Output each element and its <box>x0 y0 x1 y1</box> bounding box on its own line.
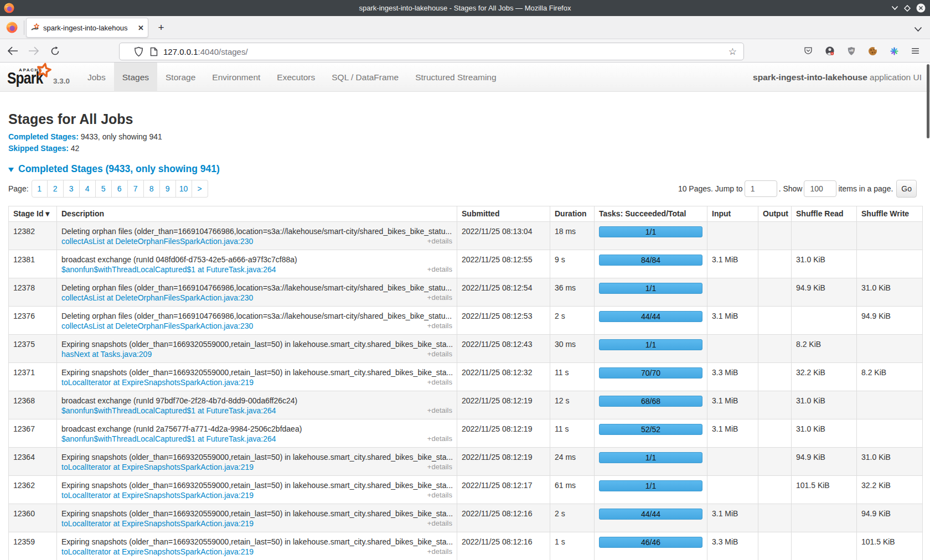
details-toggle[interactable]: +details <box>427 349 452 359</box>
submitted-time: 2022/11/25 08:12:19 <box>457 448 550 476</box>
window-maximize-button[interactable] <box>904 5 911 12</box>
nav-item-structured-streaming[interactable]: Structured Streaming <box>407 63 504 92</box>
stage-id: 12376 <box>9 307 57 335</box>
stage-detail-link[interactable]: $anonfun$withThreadLocalCaptured$1 at Fu… <box>61 434 276 444</box>
window-close-button[interactable] <box>916 3 926 13</box>
stage-description: Expiring snapshots (older_than=166932055… <box>57 363 457 391</box>
stage-detail-link[interactable]: toLocalIterator at ExpireSnapshotsSparkA… <box>61 377 254 387</box>
nav-item-storage[interactable]: Storage <box>157 63 204 92</box>
items-per-page-input[interactable] <box>804 180 836 197</box>
ublock-origin-icon[interactable]: uB <box>846 46 856 56</box>
stage-description: Deleting orphan files (older_than=166910… <box>57 278 457 307</box>
skipped-stages-link[interactable]: Skipped Stages: <box>8 144 69 153</box>
page-button-2[interactable]: 2 <box>48 180 64 198</box>
details-toggle[interactable]: +details <box>427 293 452 303</box>
nav-item-environment[interactable]: Environment <box>204 63 268 92</box>
details-toggle[interactable]: +details <box>427 406 452 416</box>
details-toggle[interactable]: +details <box>427 434 452 444</box>
jump-to-page-input[interactable] <box>745 180 777 197</box>
column-header-4[interactable]: Tasks: Succeeded/Total <box>595 206 707 222</box>
vertical-scrollbar[interactable] <box>927 64 929 138</box>
stage-detail-link[interactable]: collectAsList at DeleteOrphanFilesSparkA… <box>61 321 253 331</box>
description-text: Expiring snapshots (older_than=166932055… <box>61 339 452 349</box>
column-header-6[interactable]: Output <box>758 206 792 222</box>
description-text: Expiring snapshots (older_than=166932055… <box>61 452 452 462</box>
reload-button[interactable] <box>46 43 63 59</box>
column-header-1[interactable]: Description <box>57 206 457 222</box>
stage-detail-link[interactable]: toLocalIterator at ExpireSnapshotsSparkA… <box>61 462 254 472</box>
extension-pinwheel-icon[interactable] <box>889 46 900 56</box>
nav-item-executors[interactable]: Executors <box>268 63 323 92</box>
forward-button[interactable] <box>25 43 42 59</box>
column-header-2[interactable]: Submitted <box>457 206 550 222</box>
page-button-8[interactable]: 8 <box>144 180 160 198</box>
page-button-9[interactable]: 9 <box>160 180 176 198</box>
page-button-1[interactable]: 1 <box>32 180 48 198</box>
details-toggle[interactable]: +details <box>427 547 452 557</box>
stage-row-12371: 12371Expiring snapshots (older_than=1669… <box>9 363 923 391</box>
browser-tab[interactable]: spark-ingest-into-lakehous ✕ <box>26 18 148 38</box>
duration: 1 s <box>550 532 595 560</box>
stage-detail-link[interactable]: collectAsList at DeleteOrphanFilesSparkA… <box>61 293 253 303</box>
spark-logo[interactable]: APACHE Spark 3.3.0 <box>8 63 80 92</box>
page-button-7[interactable]: 7 <box>128 180 144 198</box>
go-button[interactable]: Go <box>896 180 917 198</box>
nav-item-jobs[interactable]: Jobs <box>79 63 114 92</box>
page-button-4[interactable]: 4 <box>80 180 96 198</box>
column-header-8[interactable]: Shuffle Write <box>857 206 923 222</box>
details-toggle[interactable]: +details <box>427 265 452 274</box>
column-header-7[interactable]: Shuffle Read <box>792 206 857 222</box>
column-header-5[interactable]: Input <box>707 206 758 222</box>
completed-stages-link[interactable]: Completed Stages: <box>8 132 79 141</box>
new-tab-button[interactable]: + <box>154 20 168 35</box>
back-button[interactable] <box>4 43 21 59</box>
stage-detail-link[interactable]: toLocalIterator at ExpireSnapshotsSparkA… <box>61 490 254 500</box>
window-minimize-button[interactable] <box>891 6 898 11</box>
stage-detail-link[interactable]: toLocalIterator at ExpireSnapshotsSparkA… <box>61 518 254 528</box>
details-toggle[interactable]: +details <box>427 462 452 472</box>
page-button-6[interactable]: 6 <box>112 180 128 198</box>
details-toggle[interactable]: +details <box>427 490 452 500</box>
firefox-view-button[interactable] <box>6 22 18 33</box>
details-toggle[interactable]: +details <box>427 236 452 246</box>
tab-close-icon[interactable]: ✕ <box>138 24 144 32</box>
application-ui-label: spark-ingest-into-lakehouse application … <box>753 63 922 92</box>
page-button-10[interactable]: 10 <box>176 180 192 198</box>
completed-stages-section-header[interactable]: Completed Stages (9433, only showing 941… <box>8 163 922 175</box>
description-text: Expiring snapshots (older_than=166932055… <box>61 509 452 518</box>
nav-item-sql-dataframe[interactable]: SQL / DataFrame <box>323 63 407 92</box>
page-button-3[interactable]: 3 <box>64 180 80 198</box>
page-button-5[interactable]: 5 <box>96 180 112 198</box>
bookmark-star-icon[interactable]: ☆ <box>728 46 737 58</box>
table-header-row: Stage Id ▾DescriptionSubmittedDurationTa… <box>9 206 923 222</box>
extension-identity-icon[interactable] <box>824 45 835 56</box>
nav-item-stages[interactable]: Stages <box>114 63 157 92</box>
column-header-0[interactable]: Stage Id ▾ <box>9 206 57 222</box>
details-toggle[interactable]: +details <box>427 321 452 331</box>
stage-detail-link[interactable]: $anonfun$withThreadLocalCaptured$1 at Fu… <box>61 265 276 274</box>
cookie-extension-icon[interactable] <box>867 46 878 56</box>
submitted-time: 2022/11/25 08:12:16 <box>457 504 550 532</box>
url-bar[interactable]: 127.0.0.1:4040/stages/ ☆ <box>119 43 744 60</box>
pocket-icon[interactable] <box>803 46 813 56</box>
shuffle-read-size: 94.9 KiB <box>792 278 857 307</box>
stage-detail-link[interactable]: collectAsList at DeleteOrphanFilesSparkA… <box>61 236 253 246</box>
shield-icon[interactable] <box>134 46 143 57</box>
url-text[interactable]: 127.0.0.1:4040/stages/ <box>163 47 728 56</box>
stage-detail-link[interactable]: hasNext at Tasks.java:209 <box>61 349 152 359</box>
description-text: broadcast exchange (runId 048fd06f-d753-… <box>61 255 452 265</box>
details-toggle[interactable]: +details <box>427 518 452 528</box>
stage-detail-link[interactable]: $anonfun$withThreadLocalCaptured$1 at Fu… <box>61 406 276 416</box>
list-all-tabs-icon[interactable] <box>914 27 922 32</box>
web-content: APACHE Spark 3.3.0 JobsStagesStorageEnvi… <box>0 63 930 560</box>
column-header-3[interactable]: Duration <box>550 206 595 222</box>
page-button->[interactable]: > <box>192 180 208 198</box>
submitted-time: 2022/11/25 08:12:55 <box>457 250 550 278</box>
details-toggle[interactable]: +details <box>427 377 452 387</box>
stage-detail-link[interactable]: toLocalIterator at ExpireSnapshotsSparkA… <box>61 547 254 557</box>
tasks-progress-bar: 46/46 <box>599 537 702 548</box>
input-size: 3.1 MiB <box>707 419 758 448</box>
page-info-icon[interactable] <box>150 47 158 56</box>
output-size <box>758 222 792 250</box>
menu-hamburger-icon[interactable] <box>911 47 920 55</box>
